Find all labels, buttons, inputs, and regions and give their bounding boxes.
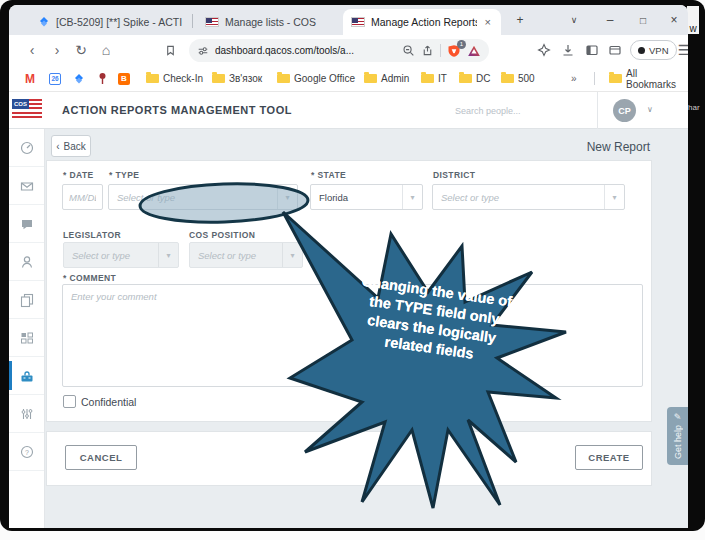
share-icon[interactable] — [421, 44, 434, 57]
flag-favicon-icon — [351, 17, 365, 27]
grid-icon — [19, 330, 35, 346]
sidebar-item-grid[interactable] — [9, 319, 44, 357]
bookmark-pin[interactable] — [97, 72, 108, 85]
bookmark-folder-500[interactable]: 500 — [501, 73, 535, 84]
close-window-button[interactable]: × — [661, 5, 687, 35]
vpn-dot-icon — [638, 47, 645, 54]
bookmark-icon[interactable] — [160, 40, 180, 60]
bookmark-folder-it[interactable]: IT — [421, 73, 447, 84]
create-button[interactable]: CREATE — [575, 445, 643, 470]
district-label: DISTRICT — [433, 170, 475, 180]
nav-forward-icon[interactable]: › — [47, 40, 67, 60]
folder-icon — [501, 74, 514, 83]
sidebar-item-settings[interactable] — [9, 395, 44, 433]
home-icon[interactable]: ⌂ — [96, 40, 116, 60]
confidential-checkbox[interactable] — [63, 395, 76, 408]
bookmarks-bar: M 26 B Check-In Зв'язок Google Office Ad… — [9, 66, 688, 92]
jira-icon — [38, 16, 50, 28]
folder-icon — [459, 74, 472, 83]
bookmark-folder-dc[interactable]: DC — [459, 73, 490, 84]
cos-position-select[interactable]: Select or type ▾ — [189, 242, 303, 268]
state-label: * STATE — [311, 170, 346, 180]
type-select[interactable]: Select or type ▾ — [108, 184, 298, 210]
folder-icon — [609, 74, 622, 83]
menu-icon[interactable]: ☰ — [674, 40, 688, 60]
page-title: ACTION REPORTS MANAGEMENT TOOL — [62, 104, 292, 116]
address-bar: ‹ › ↻ ⌂ dashboard.qacos.com/tools/a... — [9, 35, 688, 66]
cancel-button[interactable]: CANCEL — [65, 445, 137, 470]
bookmark-blogger[interactable]: B — [118, 73, 130, 85]
bookmark-folder-check-in[interactable]: Check-In — [146, 73, 203, 84]
bookmark-folder-zvyazok[interactable]: Зв'язок — [212, 73, 262, 84]
sidebar-item-people[interactable] — [9, 243, 44, 281]
sliders-icon — [19, 406, 35, 422]
background-window-fragment: w — [687, 6, 699, 34]
minimize-button[interactable]: – — [597, 5, 623, 35]
all-bookmarks[interactable]: All Bookmarks — [609, 68, 688, 90]
legislator-select[interactable]: Select or type ▾ — [63, 242, 179, 268]
url-text[interactable]: dashboard.qacos.com/tools/a... — [215, 45, 396, 56]
sidebar-item-help[interactable]: ? — [9, 433, 44, 471]
tab-manage-lists[interactable]: Manage lists - COS — [197, 9, 337, 35]
sidebar-item-tools-active[interactable] — [9, 357, 44, 395]
comment-textarea[interactable] — [62, 284, 643, 387]
folder-icon — [212, 74, 225, 83]
tab-close-icon[interactable]: × — [483, 16, 493, 28]
back-chevron-icon: ‹ — [56, 141, 59, 152]
tab-manage-action-reports[interactable]: Manage Action Reports × — [343, 9, 501, 35]
sidebar-item-documents[interactable] — [9, 281, 44, 319]
brave-shield-icon[interactable]: 1 — [447, 44, 461, 58]
bookmark-jira[interactable] — [73, 73, 85, 85]
nav-back-icon[interactable]: ‹ — [22, 40, 42, 60]
mail-icon — [19, 178, 35, 194]
reload-icon[interactable]: ↻ — [71, 40, 91, 60]
gmail-icon: M — [25, 72, 35, 86]
tab-jira-spike[interactable]: [CB-5209] [**] Spike - ACTION — [30, 9, 190, 35]
sidebar-item-chat[interactable] — [9, 205, 44, 243]
app-header: COS ACTION REPORTS MANAGEMENT TOOL CP ∨ — [9, 92, 688, 129]
bookmarks-overflow-icon[interactable]: » — [571, 73, 577, 84]
bookmark-folder-admin[interactable]: Admin — [364, 73, 409, 84]
back-button[interactable]: ‹ Back — [51, 135, 91, 157]
legislator-label: LEGISLATOR — [63, 230, 121, 240]
sidebar-toggle-icon[interactable] — [582, 40, 602, 60]
folder-icon — [364, 74, 377, 83]
bookmark-folder-google-office[interactable]: Google Office — [277, 73, 355, 84]
type-label: * TYPE — [109, 170, 139, 180]
folder-icon — [421, 74, 434, 83]
new-tab-button[interactable]: + — [507, 5, 533, 35]
url-field[interactable]: dashboard.qacos.com/tools/a... 1 — [189, 39, 489, 62]
main-area: ‹ Back New Report * DATE * TYPE * STATE … — [45, 129, 688, 528]
bookmark-gmail[interactable]: M — [25, 72, 35, 86]
chevron-down-icon: ▾ — [282, 243, 302, 267]
state-select[interactable]: Florida ▾ — [310, 184, 423, 210]
new-report-title: New Report — [587, 140, 650, 154]
chevron-down-icon: ▾ — [158, 243, 178, 267]
vpn-button[interactable]: VPN — [630, 40, 677, 60]
date-input[interactable] — [62, 184, 103, 210]
person-icon — [19, 254, 35, 270]
cos-logo: COS — [12, 99, 42, 120]
speedometer-icon — [19, 140, 35, 156]
chevron-down-icon: ▾ — [604, 185, 624, 209]
bookmark-calendar[interactable]: 26 — [49, 73, 61, 85]
sidebar-item-dashboard[interactable] — [9, 129, 44, 167]
downloads-icon[interactable] — [558, 40, 578, 60]
avatar-chevron-icon[interactable]: ∨ — [647, 105, 653, 114]
browser-window: [CB-5209] [**] Spike - ACTION Manage lis… — [9, 5, 688, 528]
comment-label: * COMMENT — [63, 273, 116, 283]
district-select[interactable]: Select or type ▾ — [432, 184, 625, 210]
wallet-icon[interactable] — [605, 40, 625, 60]
blogger-icon: B — [118, 73, 130, 85]
site-settings-icon[interactable] — [197, 45, 209, 57]
zoom-out-icon[interactable] — [402, 44, 415, 57]
get-help-tab[interactable]: ✎ Get help — [667, 407, 688, 465]
folder-icon — [146, 74, 159, 83]
maximize-button[interactable]: □ — [630, 5, 656, 35]
extension-triangle-icon[interactable] — [467, 44, 481, 58]
leo-ai-icon[interactable] — [534, 40, 554, 60]
tab-search-chevron-icon[interactable]: ∨ — [561, 5, 587, 35]
avatar[interactable]: CP — [613, 99, 636, 122]
search-people-input[interactable] — [455, 101, 588, 120]
sidebar-item-mail[interactable] — [9, 167, 44, 205]
